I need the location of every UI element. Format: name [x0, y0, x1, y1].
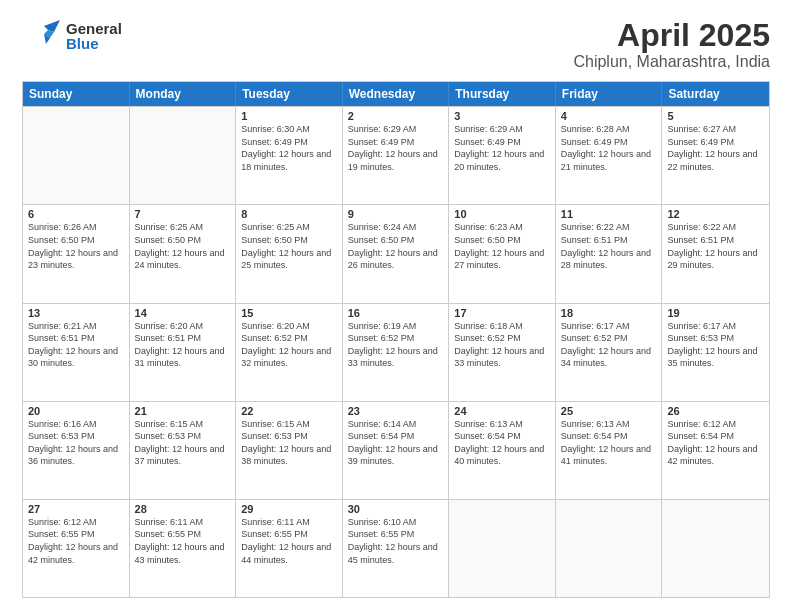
day-info: Sunrise: 6:28 AM Sunset: 6:49 PM Dayligh…	[561, 123, 657, 173]
day-info: Sunrise: 6:22 AM Sunset: 6:51 PM Dayligh…	[667, 221, 764, 271]
calendar-header: SundayMondayTuesdayWednesdayThursdayFrid…	[23, 82, 769, 106]
day-info: Sunrise: 6:24 AM Sunset: 6:50 PM Dayligh…	[348, 221, 444, 271]
calendar-cell: 17Sunrise: 6:18 AM Sunset: 6:52 PM Dayli…	[449, 304, 556, 401]
day-number: 30	[348, 503, 444, 515]
day-info: Sunrise: 6:13 AM Sunset: 6:54 PM Dayligh…	[561, 418, 657, 468]
calendar-cell: 15Sunrise: 6:20 AM Sunset: 6:52 PM Dayli…	[236, 304, 343, 401]
day-info: Sunrise: 6:21 AM Sunset: 6:51 PM Dayligh…	[28, 320, 124, 370]
calendar-cell: 18Sunrise: 6:17 AM Sunset: 6:52 PM Dayli…	[556, 304, 663, 401]
calendar: SundayMondayTuesdayWednesdayThursdayFrid…	[22, 81, 770, 598]
day-info: Sunrise: 6:18 AM Sunset: 6:52 PM Dayligh…	[454, 320, 550, 370]
day-info: Sunrise: 6:20 AM Sunset: 6:52 PM Dayligh…	[241, 320, 337, 370]
day-number: 21	[135, 405, 231, 417]
calendar-cell: 2Sunrise: 6:29 AM Sunset: 6:49 PM Daylig…	[343, 107, 450, 204]
day-number: 25	[561, 405, 657, 417]
day-info: Sunrise: 6:22 AM Sunset: 6:51 PM Dayligh…	[561, 221, 657, 271]
calendar-cell	[662, 500, 769, 597]
title-block: April 2025 Chiplun, Maharashtra, India	[573, 18, 770, 71]
calendar-header-tuesday: Tuesday	[236, 82, 343, 106]
day-number: 1	[241, 110, 337, 122]
calendar-header-saturday: Saturday	[662, 82, 769, 106]
calendar-week-2: 6Sunrise: 6:26 AM Sunset: 6:50 PM Daylig…	[23, 204, 769, 302]
day-info: Sunrise: 6:29 AM Sunset: 6:49 PM Dayligh…	[454, 123, 550, 173]
calendar-cell: 29Sunrise: 6:11 AM Sunset: 6:55 PM Dayli…	[236, 500, 343, 597]
calendar-cell: 3Sunrise: 6:29 AM Sunset: 6:49 PM Daylig…	[449, 107, 556, 204]
calendar-cell: 7Sunrise: 6:25 AM Sunset: 6:50 PM Daylig…	[130, 205, 237, 302]
calendar-cell: 4Sunrise: 6:28 AM Sunset: 6:49 PM Daylig…	[556, 107, 663, 204]
generalblue-logo-icon	[22, 18, 64, 54]
day-number: 29	[241, 503, 337, 515]
day-info: Sunrise: 6:12 AM Sunset: 6:54 PM Dayligh…	[667, 418, 764, 468]
day-info: Sunrise: 6:30 AM Sunset: 6:49 PM Dayligh…	[241, 123, 337, 173]
calendar-cell: 25Sunrise: 6:13 AM Sunset: 6:54 PM Dayli…	[556, 402, 663, 499]
calendar-cell	[449, 500, 556, 597]
calendar-week-5: 27Sunrise: 6:12 AM Sunset: 6:55 PM Dayli…	[23, 499, 769, 597]
day-info: Sunrise: 6:15 AM Sunset: 6:53 PM Dayligh…	[135, 418, 231, 468]
day-number: 15	[241, 307, 337, 319]
calendar-cell: 10Sunrise: 6:23 AM Sunset: 6:50 PM Dayli…	[449, 205, 556, 302]
calendar-header-wednesday: Wednesday	[343, 82, 450, 106]
day-number: 28	[135, 503, 231, 515]
page: General Blue April 2025 Chiplun, Maharas…	[0, 0, 792, 612]
svg-marker-0	[44, 20, 60, 32]
calendar-cell: 12Sunrise: 6:22 AM Sunset: 6:51 PM Dayli…	[662, 205, 769, 302]
calendar-cell: 11Sunrise: 6:22 AM Sunset: 6:51 PM Dayli…	[556, 205, 663, 302]
day-info: Sunrise: 6:25 AM Sunset: 6:50 PM Dayligh…	[135, 221, 231, 271]
calendar-cell: 16Sunrise: 6:19 AM Sunset: 6:52 PM Dayli…	[343, 304, 450, 401]
logo-general: General	[66, 21, 122, 36]
day-info: Sunrise: 6:15 AM Sunset: 6:53 PM Dayligh…	[241, 418, 337, 468]
day-info: Sunrise: 6:19 AM Sunset: 6:52 PM Dayligh…	[348, 320, 444, 370]
day-info: Sunrise: 6:11 AM Sunset: 6:55 PM Dayligh…	[135, 516, 231, 566]
day-number: 27	[28, 503, 124, 515]
day-number: 18	[561, 307, 657, 319]
day-number: 6	[28, 208, 124, 220]
calendar-cell: 14Sunrise: 6:20 AM Sunset: 6:51 PM Dayli…	[130, 304, 237, 401]
calendar-cell: 1Sunrise: 6:30 AM Sunset: 6:49 PM Daylig…	[236, 107, 343, 204]
day-number: 10	[454, 208, 550, 220]
day-info: Sunrise: 6:17 AM Sunset: 6:53 PM Dayligh…	[667, 320, 764, 370]
calendar-cell: 26Sunrise: 6:12 AM Sunset: 6:54 PM Dayli…	[662, 402, 769, 499]
day-number: 9	[348, 208, 444, 220]
calendar-cell: 28Sunrise: 6:11 AM Sunset: 6:55 PM Dayli…	[130, 500, 237, 597]
day-number: 19	[667, 307, 764, 319]
day-number: 13	[28, 307, 124, 319]
calendar-header-monday: Monday	[130, 82, 237, 106]
day-info: Sunrise: 6:29 AM Sunset: 6:49 PM Dayligh…	[348, 123, 444, 173]
logo-blue: Blue	[66, 36, 122, 51]
calendar-header-thursday: Thursday	[449, 82, 556, 106]
day-number: 4	[561, 110, 657, 122]
day-info: Sunrise: 6:25 AM Sunset: 6:50 PM Dayligh…	[241, 221, 337, 271]
day-number: 16	[348, 307, 444, 319]
header: General Blue April 2025 Chiplun, Maharas…	[22, 18, 770, 71]
calendar-cell: 13Sunrise: 6:21 AM Sunset: 6:51 PM Dayli…	[23, 304, 130, 401]
calendar-cell: 5Sunrise: 6:27 AM Sunset: 6:49 PM Daylig…	[662, 107, 769, 204]
day-info: Sunrise: 6:16 AM Sunset: 6:53 PM Dayligh…	[28, 418, 124, 468]
calendar-cell: 9Sunrise: 6:24 AM Sunset: 6:50 PM Daylig…	[343, 205, 450, 302]
logo: General Blue	[22, 18, 122, 54]
calendar-cell	[130, 107, 237, 204]
day-number: 23	[348, 405, 444, 417]
calendar-cell: 27Sunrise: 6:12 AM Sunset: 6:55 PM Dayli…	[23, 500, 130, 597]
day-info: Sunrise: 6:26 AM Sunset: 6:50 PM Dayligh…	[28, 221, 124, 271]
day-number: 11	[561, 208, 657, 220]
day-number: 20	[28, 405, 124, 417]
day-number: 3	[454, 110, 550, 122]
day-number: 26	[667, 405, 764, 417]
day-info: Sunrise: 6:10 AM Sunset: 6:55 PM Dayligh…	[348, 516, 444, 566]
calendar-cell: 6Sunrise: 6:26 AM Sunset: 6:50 PM Daylig…	[23, 205, 130, 302]
calendar-cell	[556, 500, 663, 597]
calendar-cell: 30Sunrise: 6:10 AM Sunset: 6:55 PM Dayli…	[343, 500, 450, 597]
calendar-cell: 21Sunrise: 6:15 AM Sunset: 6:53 PM Dayli…	[130, 402, 237, 499]
calendar-cell: 20Sunrise: 6:16 AM Sunset: 6:53 PM Dayli…	[23, 402, 130, 499]
day-info: Sunrise: 6:14 AM Sunset: 6:54 PM Dayligh…	[348, 418, 444, 468]
day-number: 2	[348, 110, 444, 122]
calendar-header-friday: Friday	[556, 82, 663, 106]
page-title: April 2025	[573, 18, 770, 53]
calendar-cell: 22Sunrise: 6:15 AM Sunset: 6:53 PM Dayli…	[236, 402, 343, 499]
day-number: 22	[241, 405, 337, 417]
calendar-cell	[23, 107, 130, 204]
page-subtitle: Chiplun, Maharashtra, India	[573, 53, 770, 71]
calendar-cell: 8Sunrise: 6:25 AM Sunset: 6:50 PM Daylig…	[236, 205, 343, 302]
calendar-header-sunday: Sunday	[23, 82, 130, 106]
day-number: 7	[135, 208, 231, 220]
